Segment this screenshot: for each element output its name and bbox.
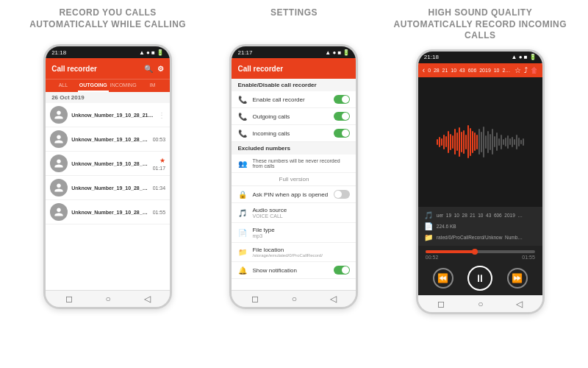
call-name-3: Unknow_Number_19_10_28_21_12_49_283 <box>71 161 148 166</box>
player-star-icon[interactable]: ☆ <box>514 66 521 74</box>
call-item-2[interactable]: Unknow_Number_19_10_28_21_14_31_046 00:5… <box>46 127 170 152</box>
section-record: RECORD YOU CALLS AUTOMATICALLY WHILE CAL… <box>20 7 196 309</box>
avatar-4 <box>50 179 68 197</box>
call-item-1[interactable]: Unknow_Number_19_10_28_21_15_51_199 ⋮ <box>46 103 170 127</box>
file-row-1: 🎵 uer_19_10_28_21_10_43_606_2019_10_28_2… <box>424 210 537 221</box>
status-icons-1: ▲ ● ■ 🔋 <box>139 49 164 56</box>
nav-home-3[interactable]: ○ <box>478 299 483 309</box>
nav-back-3[interactable]: ◻ <box>437 299 445 309</box>
toggle-incoming[interactable] <box>334 129 350 138</box>
phone-frame-player: 21:18 ▲ ● ■ 🔋 ‹ 0_28_21_10_43_606_2019_1… <box>416 49 545 314</box>
tab-im[interactable]: IM <box>138 79 168 92</box>
call-duration-5: 01:55 <box>153 210 166 215</box>
current-time: 00:52 <box>426 255 439 260</box>
nav-home-2[interactable]: ○ <box>292 294 297 304</box>
call-item-5[interactable]: Unknow_Number_19_10_28_21_09_606 01:55 <box>46 200 170 224</box>
settings-label-pin: Ask PIN when app is opened <box>252 191 329 198</box>
status-icons-2: ▲ ● ■ 🔋 <box>325 49 350 56</box>
toggle-outgoing[interactable] <box>334 112 350 121</box>
settings-content: Enable/Disable call recorder 📞 Enable ca… <box>232 79 356 290</box>
settings-item-location[interactable]: 📁 File location /storage/emulated/0/ProC… <box>232 243 356 262</box>
status-time-2: 21:17 <box>237 49 252 56</box>
file-icon-3: 📁 <box>424 233 433 241</box>
file-row-2: 📄 224.6 KB <box>424 221 537 232</box>
settings-item-excluded[interactable]: 👥 These numbers will be never recorded f… <box>232 155 356 173</box>
pause-btn[interactable]: ⏸ <box>467 266 492 291</box>
settings-label-audio: Audio source VOICE CALL <box>252 207 350 219</box>
forward-btn[interactable]: ⏩ <box>507 268 528 289</box>
nav-recent-1[interactable]: ◁ <box>144 294 151 304</box>
player-back-btn[interactable]: ‹ <box>423 66 425 74</box>
app-bar-2: Call recorder <box>232 58 356 79</box>
call-menu-1[interactable]: ⋮ <box>158 111 165 119</box>
timeline-thumb <box>472 249 478 255</box>
call-item-4[interactable]: Unknow_Number_19_10_28_21_10_43_606 01:3… <box>46 176 170 200</box>
player-share-icon[interactable]: ⤴ <box>524 66 528 74</box>
call-duration-3: 01:17 <box>153 166 166 171</box>
file-icon-2: 📄 <box>424 222 433 230</box>
player-delete-icon[interactable]: 🗑 <box>531 66 538 74</box>
settings-icon-1[interactable]: ⚙ <box>157 65 164 73</box>
full-version-label[interactable]: Full version <box>232 173 356 186</box>
call-name-5: Unknow_Number_19_10_28_21_09_606 <box>71 210 148 215</box>
player-title-text: 0_28_21_10_43_606_2019_10_28_21_Unknow_N… <box>428 68 512 73</box>
timeline-progress <box>426 250 475 253</box>
nav-home-1[interactable]: ○ <box>106 294 111 304</box>
toggle-notification[interactable] <box>334 266 350 275</box>
settings-item-outgoing[interactable]: 📞 Outgoing calls <box>232 108 356 125</box>
file-icon-1: 🎵 <box>424 211 433 219</box>
timeline-track[interactable] <box>426 250 535 253</box>
bottom-nav-3: ◻ ○ ◁ <box>418 295 542 312</box>
settings-label-excluded: These numbers will be never recorded fro… <box>252 158 350 169</box>
bottom-nav-2: ◻ ○ ◁ <box>232 290 356 307</box>
player-controls: ⏪ ⏸ ⏩ <box>418 261 542 295</box>
tabs-bar-1: ALL OUTGOING INCOMING IM <box>46 79 170 92</box>
settings-header-1: Enable/Disable call recorder <box>232 79 356 91</box>
call-name-4: Unknow_Number_19_10_28_21_10_43_606 <box>71 185 148 191</box>
phone-icon-outgoing: 📞 <box>237 113 248 121</box>
settings-item-enable[interactable]: 📞 Enable call recorder <box>232 91 356 108</box>
section-title-record: RECORD YOU CALLS AUTOMATICALLY WHILE CAL… <box>20 7 196 37</box>
player-file-info: 🎵 uer_19_10_28_21_10_43_606_2019_10_28_2… <box>418 207 542 246</box>
tab-all[interactable]: ALL <box>49 79 78 92</box>
status-time-3: 21:18 <box>424 54 439 60</box>
phone-frame-settings: 21:17 ▲ ● ■ 🔋 Call recorder Enable/Disab… <box>229 44 358 309</box>
toggle-enable[interactable] <box>334 95 350 104</box>
call-name-1: Unknow_Number_19_10_28_21_15_51_199 <box>71 113 154 118</box>
nav-recent-3[interactable]: ◁ <box>516 299 523 309</box>
nav-back-2[interactable]: ◻ <box>251 294 259 304</box>
toggle-pin[interactable] <box>334 190 350 199</box>
section-title-settings: SETTINGS <box>270 7 318 37</box>
phone-frame-record: 21:18 ▲ ● ■ 🔋 Call recorder 🔍 ⚙ ALL OUTG… <box>43 44 172 309</box>
nav-back-1[interactable]: ◻ <box>65 294 73 304</box>
tab-outgoing[interactable]: OUTGOING <box>78 79 109 92</box>
call-duration-2: 00:53 <box>153 137 166 142</box>
call-info-4: Unknow_Number_19_10_28_21_10_43_606 <box>71 185 148 191</box>
search-icon-1[interactable]: 🔍 <box>144 65 153 73</box>
settings-item-audio[interactable]: 🎵 Audio source VOICE CALL <box>232 203 356 223</box>
call-star-3[interactable]: ★ <box>159 157 165 164</box>
settings-label-enable: Enable call recorder <box>252 96 329 103</box>
settings-item-notification[interactable]: 🔔 Show notification <box>232 262 356 279</box>
rewind-btn[interactable]: ⏪ <box>433 268 453 289</box>
player-header: ‹ 0_28_21_10_43_606_2019_10_28_21_Unknow… <box>418 63 542 77</box>
forward-icon: ⏩ <box>512 273 523 283</box>
settings-label-notification: Show notification <box>252 267 329 274</box>
status-bar-2: 21:17 ▲ ● ■ 🔋 <box>232 46 356 58</box>
call-item-3[interactable]: Unknow_Number_19_10_28_21_12_49_283 ★ 01… <box>46 152 170 176</box>
audio-icon: 🎵 <box>237 209 248 217</box>
file-path-text: rated/0/ProCallRecord/Unknow_Number_19_1… <box>437 235 525 240</box>
settings-label-outgoing: Outgoing calls <box>252 113 329 120</box>
bottom-nav-1: ◻ ○ ◁ <box>46 290 170 307</box>
settings-item-pin[interactable]: 🔒 Ask PIN when app is opened <box>232 186 356 203</box>
settings-item-incoming[interactable]: 📞 Incoming calls <box>232 125 356 142</box>
status-bar-3: 21:18 ▲ ● ■ 🔋 <box>418 52 542 63</box>
call-info-1: Unknow_Number_19_10_28_21_15_51_199 <box>71 113 154 118</box>
people-icon: 👥 <box>237 160 248 168</box>
settings-item-filetype[interactable]: 📄 File type mp3 <box>232 223 356 243</box>
avatar-3 <box>50 155 68 172</box>
status-time-1: 21:18 <box>51 49 66 56</box>
tab-incoming[interactable]: INCOMING <box>109 79 138 92</box>
nav-recent-2[interactable]: ◁ <box>330 294 337 304</box>
pause-icon: ⏸ <box>475 272 485 284</box>
